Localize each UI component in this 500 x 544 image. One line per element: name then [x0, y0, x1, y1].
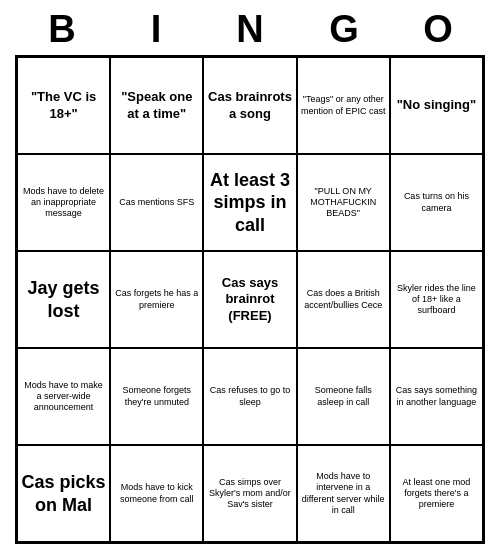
table-row: Someone falls asleep in call [297, 348, 390, 445]
table-row: Mods have to intervene in a different se… [297, 445, 390, 542]
letter-n: N [223, 8, 277, 51]
table-row: "No singing" [390, 57, 483, 154]
table-row: Skyler rides the line of 18+ like a surf… [390, 251, 483, 348]
table-row: "The VC is 18+" [17, 57, 110, 154]
table-row: Cas does a British accent/bullies Cece [297, 251, 390, 348]
letter-i: I [129, 8, 183, 51]
table-row: Cas simps over Skyler's mom and/or Sav's… [203, 445, 296, 542]
table-row: Cas turns on his camera [390, 154, 483, 251]
bingo-title: B I N G O [15, 0, 485, 55]
table-row: "PULL ON MY MOTHAFUCKIN BEADS" [297, 154, 390, 251]
table-row: "Teags" or any other mention of EPIC cas… [297, 57, 390, 154]
table-row: Mods have to kick someone from call [110, 445, 203, 542]
table-row: Mods have to delete an inappropriate mes… [17, 154, 110, 251]
table-row: Cas mentions SFS [110, 154, 203, 251]
letter-b: B [35, 8, 89, 51]
table-row: "Speak one at a time" [110, 57, 203, 154]
table-row: Mods have to make a server-wide announce… [17, 348, 110, 445]
letter-o: O [411, 8, 465, 51]
bingo-grid: "The VC is 18+""Speak one at a time"Cas … [15, 55, 485, 544]
table-row: Someone forgets they're unmuted [110, 348, 203, 445]
table-row: Cas picks on Mal [17, 445, 110, 542]
table-row: Cas brainrots a song [203, 57, 296, 154]
table-row: Cas forgets he has a premiere [110, 251, 203, 348]
letter-g: G [317, 8, 371, 51]
table-row: At least 3 simps in call [203, 154, 296, 251]
table-row: Cas says brainrot (FREE) [203, 251, 296, 348]
table-row: Cas refuses to go to sleep [203, 348, 296, 445]
table-row: Cas says something in another language [390, 348, 483, 445]
table-row: At least one mod forgets there's a premi… [390, 445, 483, 542]
table-row: Jay gets lost [17, 251, 110, 348]
